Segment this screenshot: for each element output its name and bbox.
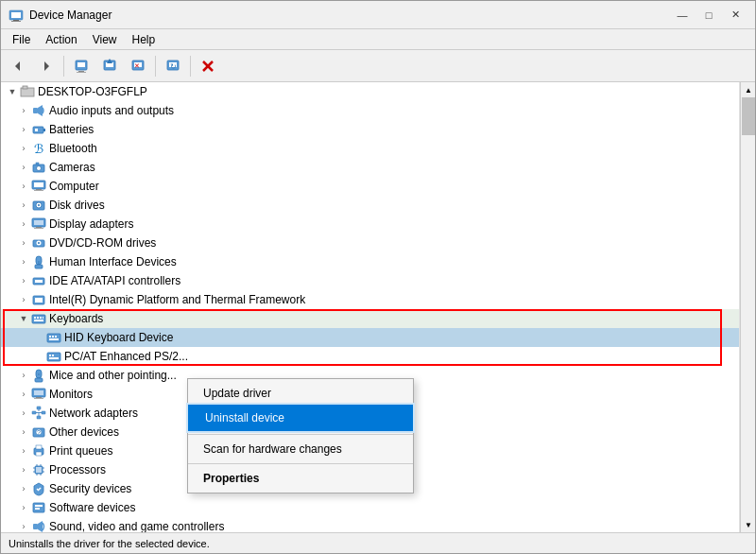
print-toggle[interactable]: › xyxy=(16,443,31,459)
scroll-track[interactable] xyxy=(741,97,755,517)
software-toggle[interactable]: › xyxy=(16,500,31,515)
other-label: Other devices xyxy=(49,425,119,439)
tree-dvd[interactable]: › DVD/CD-ROM drives xyxy=(1,234,739,252)
svg-text:↻: ↻ xyxy=(170,62,177,71)
svg-rect-23 xyxy=(33,108,38,113)
audio-toggle[interactable]: › xyxy=(16,103,31,118)
context-properties[interactable]: Properties xyxy=(188,467,413,490)
dvd-toggle[interactable]: › xyxy=(16,235,31,251)
svg-point-45 xyxy=(38,242,40,244)
batteries-toggle[interactable]: › xyxy=(16,122,31,137)
processors-label: Processors xyxy=(49,463,106,476)
tree-root[interactable]: ▼ DESKTOP-O3FGFLP xyxy=(1,82,739,101)
tree-display[interactable]: › Display adapters xyxy=(1,215,739,234)
svg-rect-70 xyxy=(35,378,43,382)
network-label: Network adapters xyxy=(49,407,138,420)
scroll-thumb[interactable] xyxy=(742,97,755,135)
tree-sound[interactable]: › Sound, video and game controllers xyxy=(1,517,739,532)
properties-button[interactable] xyxy=(68,53,94,79)
batteries-label: Batteries xyxy=(49,123,94,136)
tree-computer[interactable]: › Computer xyxy=(1,177,739,196)
hid-keyboard-label: HID Keyboard Device xyxy=(64,331,173,344)
svg-rect-42 xyxy=(34,228,43,229)
display-toggle[interactable]: › xyxy=(16,216,31,232)
svg-rect-65 xyxy=(49,355,51,356)
svg-rect-3 xyxy=(11,21,21,22)
menu-view[interactable]: View xyxy=(85,31,125,48)
scroll-up-button[interactable]: ▲ xyxy=(741,82,755,97)
tree-intel[interactable]: › Intel(R) Dynamic Platform and Thermal … xyxy=(1,290,739,309)
device-manager-window: Device Manager ― □ ✕ File Action View He… xyxy=(0,0,756,554)
svg-rect-75 xyxy=(37,407,41,409)
print-icon xyxy=(31,443,46,459)
tree-ide[interactable]: › IDE ATA/ATAPI controllers xyxy=(1,271,739,290)
tree-software[interactable]: › Software devices xyxy=(1,498,739,517)
uninstall-button[interactable]: ✕ xyxy=(125,53,151,79)
tree-audio[interactable]: › Audio inputs and outputs xyxy=(1,101,739,120)
svg-marker-24 xyxy=(38,105,43,116)
svg-rect-52 xyxy=(35,298,43,303)
svg-rect-54 xyxy=(34,317,36,319)
monitors-toggle[interactable]: › xyxy=(16,387,31,402)
context-separator-2 xyxy=(188,463,413,464)
intel-toggle[interactable]: › xyxy=(16,292,31,307)
sound-toggle[interactable]: › xyxy=(16,519,31,532)
menu-file[interactable]: File xyxy=(5,31,38,48)
svg-rect-101 xyxy=(35,508,40,510)
menu-action[interactable]: Action xyxy=(38,31,84,48)
svg-rect-78 xyxy=(37,416,41,419)
sound-label: Sound, video and game controllers xyxy=(49,520,224,532)
other-toggle[interactable]: › xyxy=(16,424,31,440)
context-update-driver[interactable]: Update driver xyxy=(188,382,413,405)
context-uninstall-device[interactable]: Uninstall device xyxy=(188,405,413,431)
mice-toggle[interactable]: › xyxy=(16,368,31,383)
tree-hid-keyboard[interactable]: HID Keyboard Device xyxy=(1,328,739,347)
tree-pcat[interactable]: PC/AT Enhanced PS/2... xyxy=(1,347,739,366)
svg-rect-57 xyxy=(43,317,43,319)
menu-help[interactable]: Help xyxy=(125,31,163,48)
minimize-button[interactable]: ― xyxy=(670,5,695,26)
svg-rect-31 xyxy=(36,163,39,164)
tree-panel[interactable]: ▼ DESKTOP-O3FGFLP › xyxy=(1,82,740,532)
scan-hardware-button[interactable]: ↻ xyxy=(160,53,186,79)
tree-batteries[interactable]: › Batteries xyxy=(1,120,739,139)
maximize-button[interactable]: □ xyxy=(696,5,721,26)
svg-rect-63 xyxy=(49,338,59,340)
svg-text:✕: ✕ xyxy=(134,62,140,69)
svg-rect-9 xyxy=(77,72,86,73)
network-toggle[interactable]: › xyxy=(16,406,31,421)
tree-cameras[interactable]: › Cameras xyxy=(1,158,739,177)
svg-rect-34 xyxy=(36,189,42,190)
scrollbar: ▲ ▼ xyxy=(740,82,755,532)
forward-button[interactable] xyxy=(33,53,60,79)
computer-toggle[interactable]: › xyxy=(16,179,31,194)
ide-label: IDE ATA/ATAPI controllers xyxy=(49,274,180,287)
root-icon xyxy=(20,84,35,99)
tree-disk[interactable]: › Disk drives xyxy=(1,196,739,215)
close-button[interactable]: ✕ xyxy=(723,5,747,26)
cameras-toggle[interactable]: › xyxy=(16,160,31,175)
software-label: Software devices xyxy=(49,501,135,514)
bluetooth-toggle[interactable]: › xyxy=(16,141,31,156)
context-scan-hardware[interactable]: Scan for hardware changes xyxy=(188,438,413,460)
remove-button[interactable] xyxy=(195,53,221,79)
title-bar: Device Manager ― □ ✕ xyxy=(1,1,755,29)
hid-toggle[interactable]: › xyxy=(16,254,31,269)
svg-text:ℬ: ℬ xyxy=(34,142,43,156)
svg-rect-56 xyxy=(40,317,42,319)
security-label: Security devices xyxy=(49,482,131,495)
back-button[interactable] xyxy=(5,53,31,79)
keyboards-toggle[interactable]: ▼ xyxy=(16,311,31,326)
scroll-down-button[interactable]: ▼ xyxy=(741,517,755,532)
security-toggle[interactable]: › xyxy=(16,481,31,496)
tree-bluetooth[interactable]: › ℬ Bluetooth xyxy=(1,139,739,158)
disk-toggle[interactable]: › xyxy=(16,198,31,213)
root-toggle[interactable]: ▼ xyxy=(5,84,20,99)
status-text: Uninstalls the driver for the selected d… xyxy=(9,538,210,549)
processors-toggle[interactable]: › xyxy=(16,462,31,477)
update-driver-button[interactable] xyxy=(96,53,123,79)
tree-keyboards[interactable]: ▼ Keyboards xyxy=(1,309,739,328)
tree-hid[interactable]: › Human Interface Devices xyxy=(1,252,739,271)
network-icon xyxy=(31,406,46,421)
ide-toggle[interactable]: › xyxy=(16,273,31,288)
